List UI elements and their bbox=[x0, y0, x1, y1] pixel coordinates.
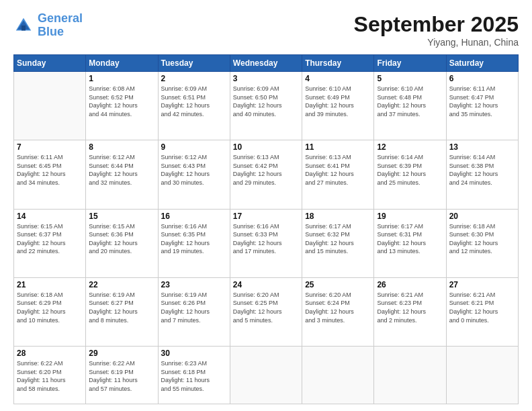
day-info: Sunrise: 6:18 AM Sunset: 6:30 PM Dayligh… bbox=[449, 222, 515, 256]
calendar-cell bbox=[230, 347, 302, 404]
day-number: 7 bbox=[17, 142, 83, 152]
day-number: 15 bbox=[89, 212, 154, 221]
day-info: Sunrise: 6:16 AM Sunset: 6:33 PM Dayligh… bbox=[233, 222, 299, 256]
day-number: 9 bbox=[161, 142, 227, 152]
day-info: Sunrise: 6:17 AM Sunset: 6:32 PM Dayligh… bbox=[305, 222, 371, 256]
calendar-cell: 15Sunrise: 6:15 AM Sunset: 6:36 PM Dayli… bbox=[86, 209, 158, 277]
calendar-cell: 27Sunrise: 6:21 AM Sunset: 6:21 PM Dayli… bbox=[446, 277, 518, 346]
calendar-cell: 17Sunrise: 6:16 AM Sunset: 6:33 PM Dayli… bbox=[230, 209, 302, 277]
weekday-header-saturday: Saturday bbox=[446, 55, 518, 72]
day-number: 4 bbox=[305, 74, 371, 83]
day-info: Sunrise: 6:13 AM Sunset: 6:42 PM Dayligh… bbox=[233, 153, 299, 187]
day-info: Sunrise: 6:16 AM Sunset: 6:35 PM Dayligh… bbox=[161, 222, 227, 256]
week-row-2: 7Sunrise: 6:11 AM Sunset: 6:45 PM Daylig… bbox=[14, 140, 519, 209]
day-info: Sunrise: 6:08 AM Sunset: 6:52 PM Dayligh… bbox=[89, 85, 154, 118]
day-number: 30 bbox=[161, 349, 227, 358]
calendar-cell: 7Sunrise: 6:11 AM Sunset: 6:45 PM Daylig… bbox=[14, 140, 86, 209]
day-info: Sunrise: 6:22 AM Sunset: 6:19 PM Dayligh… bbox=[89, 359, 154, 393]
day-info: Sunrise: 6:14 AM Sunset: 6:38 PM Dayligh… bbox=[449, 153, 515, 187]
calendar-cell: 5Sunrise: 6:10 AM Sunset: 6:48 PM Daylig… bbox=[374, 72, 446, 140]
day-info: Sunrise: 6:10 AM Sunset: 6:49 PM Dayligh… bbox=[305, 85, 371, 118]
calendar-cell: 1Sunrise: 6:08 AM Sunset: 6:52 PM Daylig… bbox=[86, 72, 158, 140]
header: General Blue September 2025 Yiyang, Huna… bbox=[13, 12, 519, 48]
day-number: 22 bbox=[89, 280, 154, 289]
day-number: 8 bbox=[89, 142, 154, 152]
calendar-cell: 22Sunrise: 6:19 AM Sunset: 6:27 PM Dayli… bbox=[86, 277, 158, 346]
day-info: Sunrise: 6:15 AM Sunset: 6:36 PM Dayligh… bbox=[89, 222, 154, 256]
day-number: 18 bbox=[305, 212, 371, 221]
day-info: Sunrise: 6:09 AM Sunset: 6:51 PM Dayligh… bbox=[161, 85, 227, 118]
logo-general: General bbox=[38, 11, 83, 25]
day-number: 29 bbox=[89, 349, 154, 358]
day-number: 14 bbox=[17, 212, 83, 221]
calendar-cell bbox=[14, 72, 86, 140]
day-number: 17 bbox=[233, 212, 299, 221]
logo: General Blue bbox=[13, 12, 83, 39]
day-info: Sunrise: 6:22 AM Sunset: 6:20 PM Dayligh… bbox=[17, 359, 83, 393]
day-info: Sunrise: 6:12 AM Sunset: 6:44 PM Dayligh… bbox=[89, 153, 154, 187]
logo-blue: Blue bbox=[38, 25, 64, 38]
day-number: 23 bbox=[161, 280, 227, 289]
calendar-cell: 19Sunrise: 6:17 AM Sunset: 6:31 PM Dayli… bbox=[374, 209, 446, 277]
calendar-cell: 13Sunrise: 6:14 AM Sunset: 6:38 PM Dayli… bbox=[446, 140, 518, 209]
calendar-cell: 14Sunrise: 6:15 AM Sunset: 6:37 PM Dayli… bbox=[14, 209, 86, 277]
logo-text: General Blue bbox=[38, 12, 83, 39]
day-info: Sunrise: 6:20 AM Sunset: 6:24 PM Dayligh… bbox=[305, 291, 371, 324]
day-info: Sunrise: 6:21 AM Sunset: 6:21 PM Dayligh… bbox=[449, 291, 515, 324]
page: General Blue September 2025 Yiyang, Huna… bbox=[0, 0, 532, 411]
weekday-header-wednesday: Wednesday bbox=[230, 55, 302, 72]
day-number: 20 bbox=[449, 212, 515, 221]
day-number: 1 bbox=[89, 74, 154, 83]
day-info: Sunrise: 6:20 AM Sunset: 6:25 PM Dayligh… bbox=[233, 291, 299, 324]
day-number: 25 bbox=[305, 280, 371, 289]
calendar-cell: 16Sunrise: 6:16 AM Sunset: 6:35 PM Dayli… bbox=[158, 209, 230, 277]
day-info: Sunrise: 6:19 AM Sunset: 6:27 PM Dayligh… bbox=[89, 291, 154, 324]
day-info: Sunrise: 6:13 AM Sunset: 6:41 PM Dayligh… bbox=[305, 153, 371, 187]
day-info: Sunrise: 6:12 AM Sunset: 6:43 PM Dayligh… bbox=[161, 153, 227, 187]
day-info: Sunrise: 6:09 AM Sunset: 6:50 PM Dayligh… bbox=[233, 85, 299, 118]
calendar-cell: 23Sunrise: 6:19 AM Sunset: 6:26 PM Dayli… bbox=[158, 277, 230, 346]
day-number: 10 bbox=[233, 142, 299, 152]
calendar-cell: 10Sunrise: 6:13 AM Sunset: 6:42 PM Dayli… bbox=[230, 140, 302, 209]
day-number: 13 bbox=[449, 142, 515, 152]
calendar-cell: 24Sunrise: 6:20 AM Sunset: 6:25 PM Dayli… bbox=[230, 277, 302, 346]
weekday-header-thursday: Thursday bbox=[302, 55, 374, 72]
calendar-cell: 21Sunrise: 6:18 AM Sunset: 6:29 PM Dayli… bbox=[14, 277, 86, 346]
weekday-header-friday: Friday bbox=[374, 55, 446, 72]
day-number: 21 bbox=[17, 280, 83, 289]
day-info: Sunrise: 6:10 AM Sunset: 6:48 PM Dayligh… bbox=[377, 85, 443, 118]
calendar-cell: 18Sunrise: 6:17 AM Sunset: 6:32 PM Dayli… bbox=[302, 209, 374, 277]
calendar-cell: 28Sunrise: 6:22 AM Sunset: 6:20 PM Dayli… bbox=[14, 347, 86, 404]
svg-rect-2 bbox=[21, 26, 26, 31]
day-info: Sunrise: 6:21 AM Sunset: 6:23 PM Dayligh… bbox=[377, 291, 443, 324]
calendar-cell bbox=[374, 347, 446, 404]
calendar-cell: 2Sunrise: 6:09 AM Sunset: 6:51 PM Daylig… bbox=[158, 72, 230, 140]
day-info: Sunrise: 6:23 AM Sunset: 6:18 PM Dayligh… bbox=[161, 359, 227, 393]
title-block: September 2025 Yiyang, Hunan, China bbox=[354, 12, 519, 48]
day-number: 3 bbox=[233, 74, 299, 83]
calendar-cell: 6Sunrise: 6:11 AM Sunset: 6:47 PM Daylig… bbox=[446, 72, 518, 140]
day-number: 12 bbox=[377, 142, 443, 152]
calendar-cell: 26Sunrise: 6:21 AM Sunset: 6:23 PM Dayli… bbox=[374, 277, 446, 346]
day-number: 26 bbox=[377, 280, 443, 289]
day-info: Sunrise: 6:14 AM Sunset: 6:39 PM Dayligh… bbox=[377, 153, 443, 187]
week-row-3: 14Sunrise: 6:15 AM Sunset: 6:37 PM Dayli… bbox=[14, 209, 519, 277]
calendar-cell: 29Sunrise: 6:22 AM Sunset: 6:19 PM Dayli… bbox=[86, 347, 158, 404]
weekday-header-tuesday: Tuesday bbox=[158, 55, 230, 72]
day-number: 19 bbox=[377, 212, 443, 221]
day-info: Sunrise: 6:18 AM Sunset: 6:29 PM Dayligh… bbox=[17, 291, 83, 324]
calendar-cell bbox=[302, 347, 374, 404]
day-info: Sunrise: 6:11 AM Sunset: 6:47 PM Dayligh… bbox=[449, 85, 515, 118]
day-info: Sunrise: 6:19 AM Sunset: 6:26 PM Dayligh… bbox=[161, 291, 227, 324]
calendar-cell: 30Sunrise: 6:23 AM Sunset: 6:18 PM Dayli… bbox=[158, 347, 230, 404]
day-number: 6 bbox=[449, 74, 515, 83]
day-number: 28 bbox=[17, 349, 83, 358]
day-number: 27 bbox=[449, 280, 515, 289]
day-number: 2 bbox=[161, 74, 227, 83]
calendar-subtitle: Yiyang, Hunan, China bbox=[354, 37, 519, 48]
calendar-cell: 3Sunrise: 6:09 AM Sunset: 6:50 PM Daylig… bbox=[230, 72, 302, 140]
day-info: Sunrise: 6:17 AM Sunset: 6:31 PM Dayligh… bbox=[377, 222, 443, 256]
calendar-cell: 11Sunrise: 6:13 AM Sunset: 6:41 PM Dayli… bbox=[302, 140, 374, 209]
week-row-1: 1Sunrise: 6:08 AM Sunset: 6:52 PM Daylig… bbox=[14, 72, 519, 140]
calendar-cell: 4Sunrise: 6:10 AM Sunset: 6:49 PM Daylig… bbox=[302, 72, 374, 140]
